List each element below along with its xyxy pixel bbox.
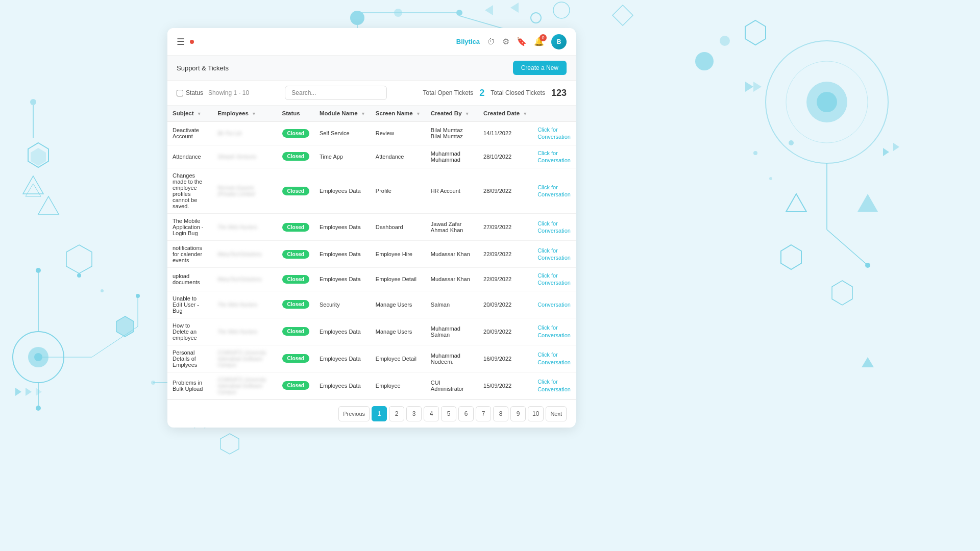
cell-status: Closed <box>277 318 314 345</box>
svg-point-56 <box>531 13 541 23</box>
svg-marker-13 <box>26 184 41 196</box>
cell-created-date: 15/09/2022 <box>478 372 532 399</box>
cell-screen: Manage Users <box>371 291 426 318</box>
page-button-1[interactable]: 1 <box>372 406 387 421</box>
svg-marker-42 <box>862 357 874 367</box>
svg-point-16 <box>101 289 104 292</box>
col-employees[interactable]: Employees ▼ <box>212 106 277 121</box>
status-indicator <box>190 40 194 44</box>
svg-marker-35 <box>781 245 801 269</box>
svg-marker-12 <box>23 176 43 194</box>
svg-marker-23 <box>36 388 42 396</box>
svg-marker-21 <box>15 388 21 396</box>
cell-action[interactable]: Click forConversation <box>532 372 576 399</box>
col-module[interactable]: Module Name ▼ <box>314 106 371 121</box>
tickets-table: Subject ▼ Employees ▼ Status Module Name… <box>167 106 576 399</box>
page-button-4[interactable]: 4 <box>424 406 439 421</box>
page-button-10[interactable]: 10 <box>528 406 544 421</box>
cell-action[interactable]: Click forConversation <box>532 214 576 241</box>
conversation-link[interactable]: Click forConversation <box>537 379 571 392</box>
col-action <box>532 106 576 121</box>
cell-status: Closed <box>277 168 314 214</box>
avatar[interactable]: B <box>551 34 567 49</box>
page-button-2[interactable]: 2 <box>389 406 404 421</box>
col-created-by[interactable]: Created By ▼ <box>426 106 478 121</box>
cell-action[interactable]: Click forConversation <box>532 268 576 291</box>
cell-module: Self Service <box>314 121 371 145</box>
page-button-3[interactable]: 3 <box>406 406 422 421</box>
table-header: Subject ▼ Employees ▼ Status Module Name… <box>167 106 576 121</box>
svg-line-40 <box>827 230 868 265</box>
cell-employee: The Web Hunters <box>212 291 277 318</box>
cell-action[interactable]: Click forConversation <box>532 121 576 145</box>
cell-action[interactable]: Click forConversation <box>532 241 576 268</box>
status-checkbox[interactable] <box>177 90 183 96</box>
cell-created-by: Salman <box>426 291 478 318</box>
gear-icon[interactable]: ⚙ <box>502 37 509 46</box>
cell-module: Employees Data <box>314 241 371 268</box>
cell-created-by: CUI Administrator <box>426 372 478 399</box>
col-subject[interactable]: Subject ▼ <box>167 106 212 121</box>
cell-action[interactable]: Click forConversation <box>532 145 576 168</box>
cell-action[interactable]: Conversation <box>532 291 576 318</box>
hamburger-icon[interactable]: ☰ <box>177 36 185 47</box>
create-new-button[interactable]: Create a New <box>513 61 567 75</box>
svg-point-5 <box>36 268 41 273</box>
conversation-link[interactable]: Click forConversation <box>537 352 571 365</box>
page-button-8[interactable]: 8 <box>493 406 508 421</box>
cell-created-date: 20/09/2022 <box>478 318 532 345</box>
status-filter[interactable]: Status <box>177 89 203 96</box>
search-input[interactable] <box>285 86 387 100</box>
page-button-6[interactable]: 6 <box>458 406 474 421</box>
page-button-9[interactable]: 9 <box>510 406 526 421</box>
col-status: Status <box>277 106 314 121</box>
conversation-link[interactable]: Click forConversation <box>537 247 571 261</box>
next-button[interactable]: Next <box>546 406 567 421</box>
cell-status: Closed <box>277 214 314 241</box>
cell-created-date: 22/09/2022 <box>478 241 532 268</box>
cell-created-by: Bilal Mumtaz Bilal Mumtaz <box>426 121 478 145</box>
clock-icon[interactable]: ⏱ <box>487 37 495 46</box>
cell-subject: Unable to Edit User - Bug <box>167 291 212 318</box>
svg-marker-37 <box>883 148 889 156</box>
table-row: AttendanceSihaark VenturesClosedTime App… <box>167 145 576 168</box>
svg-point-29 <box>766 41 888 163</box>
svg-marker-47 <box>753 82 762 92</box>
notification-icon[interactable]: 🔔 0 <box>534 37 544 46</box>
cell-status: Closed <box>277 291 314 318</box>
cell-subject: Problems in Bulk Upload <box>167 372 212 399</box>
page-button-7[interactable]: 7 <box>476 406 491 421</box>
cell-created-date: 28/09/2022 <box>478 168 532 214</box>
cell-employee: ManyTechSolutions <box>212 241 277 268</box>
table-row: The Mobile Application - Login BugThe We… <box>167 214 576 241</box>
conversation-link[interactable]: Click forConversation <box>537 150 571 163</box>
cell-action[interactable]: Click forConversation <box>532 345 576 372</box>
prev-button[interactable]: Previous <box>338 406 370 421</box>
bookmark-icon[interactable]: 🔖 <box>517 37 527 46</box>
cell-screen: Attendance <box>371 145 426 168</box>
svg-marker-7 <box>28 143 48 167</box>
cell-subject: How to Delete an employee <box>167 318 212 345</box>
cell-created-by: HR Account <box>426 168 478 214</box>
conversation-link[interactable]: Click forConversation <box>537 220 571 234</box>
col-created-date[interactable]: Created Date ▼ <box>478 106 532 121</box>
table-row: upload documentsManyTechSolutionsClosedE… <box>167 268 576 291</box>
cell-action[interactable]: Click forConversation <box>532 168 576 214</box>
conversation-link[interactable]: Conversation <box>537 302 571 308</box>
cell-module: Employees Data <box>314 345 371 372</box>
conversation-link[interactable]: Click forConversation <box>537 184 571 197</box>
conversation-link[interactable]: Click forConversation <box>537 324 571 338</box>
nav-left: ☰ <box>177 36 194 47</box>
conversation-link[interactable]: Click forConversation <box>537 272 571 286</box>
page-button-5[interactable]: 5 <box>441 406 456 421</box>
col-screen[interactable]: Screen Name ▼ <box>371 106 426 121</box>
page-header: Support & Tickets Create a New <box>167 56 576 81</box>
table-row: How to Delete an employeeThe Web Hunters… <box>167 318 576 345</box>
table-row: Personal Details of EmplyeesCOMSATS Univ… <box>167 345 576 372</box>
svg-point-48 <box>350 11 364 25</box>
brand-label: Bilytica <box>456 38 480 45</box>
cell-action[interactable]: Click forConversation <box>532 318 576 345</box>
conversation-link[interactable]: Click forConversation <box>537 127 571 140</box>
svg-marker-46 <box>745 82 753 92</box>
cell-created-date: 27/09/2022 <box>478 214 532 241</box>
